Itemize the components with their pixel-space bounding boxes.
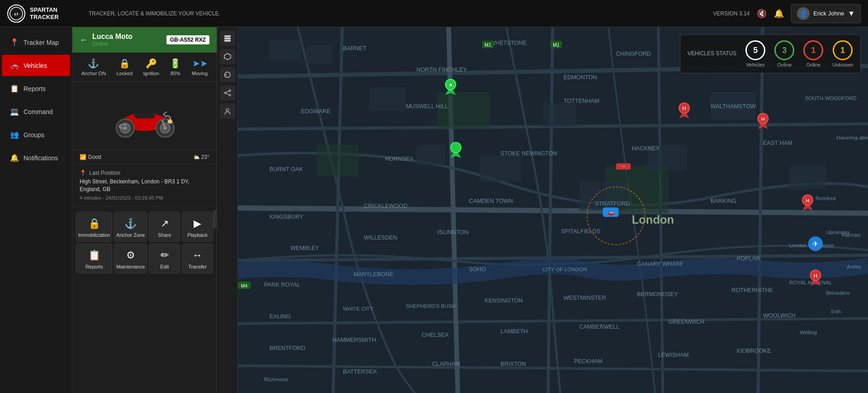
share-icon: ↗ (161, 218, 169, 230)
svg-point-16 (229, 90, 231, 91)
edit-button[interactable]: ✏ Edit (149, 244, 180, 273)
svg-text:CITY OF LONDON: CITY OF LONDON (542, 266, 587, 272)
svg-rect-42 (542, 103, 576, 126)
moving-label: Moving (192, 71, 208, 76)
logo-area: ST SPARTAN TRACKER (7, 5, 80, 23)
svg-text:WHETSTONE: WHETSTONE (490, 39, 526, 46)
svg-rect-13 (224, 38, 231, 39)
sidebar-item-notifications[interactable]: 🔔 Notifications (2, 147, 70, 168)
svg-point-21 (226, 109, 229, 111)
maintenance-button[interactable]: ⚙ Maintenance (114, 244, 147, 273)
user-badge[interactable]: 👤 Erick Johne ▼ (791, 4, 861, 23)
svg-point-132 (451, 142, 461, 153)
svg-text:Welling: Welling (800, 329, 817, 335)
svg-text:WESTMINSTER: WESTMINSTER (564, 295, 606, 302)
anchor-zone-icon: ⚓ (124, 218, 137, 230)
svg-text:POPLAR: POPLAR (737, 255, 760, 262)
svg-text:PECKHAM: PECKHAM (574, 358, 602, 364)
share-label: Share (158, 232, 171, 238)
svg-text:ROTHERHITHE: ROTHERHITHE (731, 287, 773, 293)
svg-text:PARK ROYAL: PARK ROYAL (264, 281, 300, 288)
status-moving: ➤➤ Moving (192, 58, 208, 76)
svg-line-19 (226, 91, 229, 92)
share-tool-button[interactable] (220, 85, 235, 101)
last-position-section: 📍 Last Position High Street, Beckenham, … (72, 164, 217, 206)
online-red-badge: 1 Online (803, 40, 823, 67)
sidebar-item-tracker-map[interactable]: 📍 Tracker Map (2, 32, 70, 53)
immobilization-button[interactable]: 🔒 Immobilization (76, 212, 112, 242)
share-button[interactable]: ↗ Share (149, 212, 180, 242)
sidebar-item-command[interactable]: 💻 Command (2, 101, 70, 122)
tracker-map-icon: 📍 (10, 38, 19, 47)
vehicle-image (104, 91, 185, 141)
top-header: ST SPARTAN TRACKER TRACKER, LOCATE & IMM… (0, 0, 868, 27)
reports-button[interactable]: 📋 Reports (76, 244, 112, 273)
groups-icon: 👥 (10, 130, 19, 139)
collapse-panel-button[interactable]: ‹ (213, 210, 217, 228)
vehicles-status-title: VEHICLES STATUS (688, 50, 736, 58)
svg-text:CRICKLEWOOD: CRICKLEWOOD (364, 202, 408, 209)
svg-text:CLAPHAM: CLAPHAM (432, 360, 460, 367)
anchor-zone-button[interactable]: ⚓ Anchor Zone (114, 212, 147, 242)
signal-icon: 📶 (80, 154, 86, 160)
svg-text:CHELSEA: CHELSEA (422, 331, 449, 338)
svg-text:SHEPHERD'S BUSH: SHEPHERD'S BUSH (406, 303, 455, 309)
sidebar-item-label: Groups (24, 131, 44, 139)
sidebar-item-vehicles[interactable]: 🚗 Vehicles (2, 55, 70, 76)
map-area[interactable]: BARNET WHETSTONE CHINGFORD Buckhurst Hil… (238, 27, 868, 393)
playback-button[interactable]: ▶ Playback (182, 212, 213, 242)
zones-tool-button[interactable] (220, 49, 235, 64)
action-grid: 🔒 Immobilization ⚓ Anchor Zone ↗ Share ▶… (72, 206, 217, 279)
svg-text:BERMONDSEY: BERMONDSEY (637, 291, 678, 297)
last-position-time: 4 minutes - 24/01/2023 - 03:29:45 PM (80, 195, 209, 201)
sidebar-item-label: Vehicles (24, 62, 47, 69)
map-tools-sidebar (217, 27, 238, 393)
dropdown-icon: ▼ (848, 10, 855, 18)
svg-text:Richmond: Richmond (264, 376, 288, 382)
sidebar-item-reports[interactable]: 📋 Reports (2, 78, 70, 99)
status-ignition: 🔑 Ignition (143, 58, 159, 76)
maintenance-label: Maintenance (116, 264, 145, 269)
svg-rect-14 (224, 40, 231, 42)
svg-text:→: → (621, 163, 626, 169)
unknown-label: Unknown (832, 62, 853, 67)
svg-text:M1: M1 (553, 43, 560, 48)
bell-icon[interactable]: 🔔 (774, 9, 784, 19)
version-label: VERSION 3.14 (713, 10, 750, 17)
svg-text:WHITE CITY: WHITE CITY (343, 306, 373, 312)
info-bar: 📶 Good ⛅ 23° (72, 150, 217, 164)
svg-text:SOHO: SOHO (469, 266, 486, 273)
online-green-count: 3 (774, 40, 794, 60)
playback-label: Playback (187, 232, 208, 238)
reports-icon: 📋 (88, 249, 100, 261)
svg-text:SPITALFIELDS: SPITALFIELDS (561, 228, 601, 235)
svg-text:ROYAL ARSENAL: ROYAL ARSENAL (789, 279, 832, 285)
svg-text:KINGSBURY: KINGSBURY (270, 213, 304, 220)
svg-marker-15 (224, 53, 231, 60)
online-red-count: 1 (803, 40, 823, 60)
svg-text:Upminster: Upminster (826, 229, 850, 235)
audio-tool-button[interactable] (220, 103, 235, 119)
svg-rect-46 (789, 166, 826, 189)
svg-text:KENSINGTON: KENSINGTON (485, 297, 523, 304)
svg-rect-35 (437, 92, 490, 129)
svg-text:SOUTH WOODFORD: SOUTH WOODFORD (805, 95, 857, 101)
svg-text:STOKE NEWINGTON: STOKE NEWINGTON (500, 150, 557, 157)
svg-rect-12 (224, 35, 231, 37)
sidebar-item-label: Notifications (24, 154, 58, 162)
svg-text:H: H (683, 105, 686, 111)
mute-icon[interactable]: 🔇 (757, 9, 767, 19)
moving-icon: ➤➤ (192, 58, 208, 69)
online-green-badge: 3 Online (774, 40, 794, 67)
sidebar-item-label: Reports (24, 85, 46, 92)
transfer-button[interactable]: ↔ Transfer (182, 244, 213, 273)
svg-text:BRENTFORD: BRENTFORD (270, 345, 305, 351)
refresh-tool-button[interactable] (220, 67, 235, 82)
sidebar-item-groups[interactable]: 👥 Groups (2, 124, 70, 145)
svg-rect-34 (317, 145, 359, 177)
left-sidebar: 📍 Tracker Map 🚗 Vehicles 📋 Reports 💻 Com… (0, 27, 72, 393)
back-button[interactable]: ← (80, 35, 88, 45)
reports-label: Reports (85, 264, 103, 269)
layers-tool-button[interactable] (220, 31, 235, 46)
svg-text:WOOLWICH: WOOLWICH (763, 312, 796, 319)
